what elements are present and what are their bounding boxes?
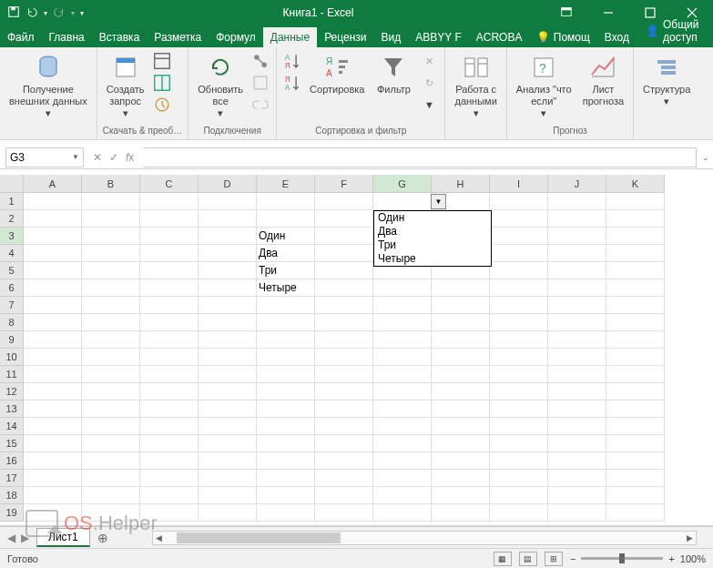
tab-abbyy[interactable]: ABBYY F [408, 27, 468, 47]
col-header-J[interactable]: J [548, 175, 606, 193]
cell-A3[interactable] [24, 228, 82, 245]
row-header-6[interactable]: 6 [0, 279, 24, 297]
cell-E1[interactable] [257, 193, 315, 210]
expand-formula-bar-icon[interactable]: ⌄ [702, 153, 709, 162]
cell-D6[interactable] [199, 279, 257, 297]
cell-E5[interactable]: Три [257, 262, 315, 279]
cell-F5[interactable] [315, 262, 373, 279]
cell-D15[interactable] [199, 435, 257, 452]
cell-D18[interactable] [199, 487, 257, 504]
cell-F16[interactable] [315, 452, 373, 470]
cell-A9[interactable] [24, 331, 82, 349]
cell-F7[interactable] [315, 297, 373, 314]
cell-D14[interactable] [199, 418, 257, 435]
outline-button[interactable]: Структура ▾ [639, 51, 694, 109]
cell-I9[interactable] [490, 331, 548, 349]
cell-J1[interactable] [548, 193, 606, 210]
cell-C4[interactable] [140, 245, 199, 262]
cell-F11[interactable] [315, 366, 373, 383]
cell-E11[interactable] [257, 366, 315, 383]
cell-E19[interactable] [257, 504, 315, 522]
cell-J3[interactable] [548, 228, 606, 245]
dd-item-1[interactable]: Два [374, 225, 491, 238]
sort-asc-icon[interactable]: AЯ [282, 51, 302, 71]
cell-E2[interactable] [257, 210, 315, 228]
cell-G17[interactable] [373, 470, 432, 487]
save-icon[interactable] [7, 5, 20, 21]
advanced-filter-icon[interactable]: ▼ [419, 95, 439, 115]
cell-G18[interactable] [373, 487, 432, 504]
cell-E3[interactable]: Один [257, 228, 315, 245]
horizontal-scrollbar[interactable]: ◀▶ [152, 531, 697, 545]
cell-I8[interactable] [490, 314, 548, 331]
cell-G19[interactable] [373, 504, 432, 522]
normal-view-icon[interactable]: ▦ [494, 552, 512, 566]
cell-G15[interactable] [373, 435, 432, 452]
cell-J2[interactable] [548, 210, 606, 228]
cell-J9[interactable] [548, 331, 606, 349]
col-header-H[interactable]: H [432, 175, 490, 193]
cell-A16[interactable] [24, 452, 82, 470]
cell-A17[interactable] [24, 470, 82, 487]
cell-D3[interactable] [199, 228, 257, 245]
cell-J4[interactable] [548, 245, 606, 262]
cell-F18[interactable] [315, 487, 373, 504]
fx-icon[interactable]: fx [126, 151, 134, 164]
cell-E15[interactable] [257, 435, 315, 452]
row-header-3[interactable]: 3 [0, 228, 24, 245]
cell-D9[interactable] [199, 331, 257, 349]
cell-K16[interactable] [606, 452, 665, 470]
tab-review[interactable]: Рецензи [317, 27, 373, 47]
col-header-A[interactable]: A [24, 175, 82, 193]
validation-dropdown-list[interactable]: Один Два Три Четыре [373, 210, 492, 267]
row-header-17[interactable]: 17 [0, 470, 24, 487]
cell-C13[interactable] [140, 400, 199, 418]
cell-D13[interactable] [199, 400, 257, 418]
cell-K17[interactable] [606, 470, 665, 487]
cell-C11[interactable] [140, 366, 199, 383]
col-header-C[interactable]: C [140, 175, 199, 193]
cell-C8[interactable] [140, 314, 199, 331]
cell-I15[interactable] [490, 435, 548, 452]
ribbon-options-icon[interactable] [545, 5, 587, 21]
cell-H6[interactable] [432, 279, 490, 297]
whatif-button[interactable]: ? Анализ "что если" ▾ [513, 51, 575, 122]
cell-H10[interactable] [432, 349, 490, 366]
cell-G13[interactable] [373, 400, 432, 418]
zoom-in-button[interactable]: + [668, 553, 674, 564]
cell-E9[interactable] [257, 331, 315, 349]
cell-H13[interactable] [432, 400, 490, 418]
cell-G10[interactable] [373, 349, 432, 366]
cell-J15[interactable] [548, 435, 606, 452]
cell-I18[interactable] [490, 487, 548, 504]
cell-F10[interactable] [315, 349, 373, 366]
cell-E7[interactable] [257, 297, 315, 314]
cell-D10[interactable] [199, 349, 257, 366]
cell-H18[interactable] [432, 487, 490, 504]
name-box[interactable]: G3 ▼ [5, 147, 84, 167]
cell-D8[interactable] [199, 314, 257, 331]
connections-icon[interactable] [250, 51, 270, 71]
cell-B13[interactable] [82, 400, 140, 418]
cell-B17[interactable] [82, 470, 140, 487]
cell-K4[interactable] [606, 245, 665, 262]
cell-G14[interactable] [373, 418, 432, 435]
properties-icon[interactable] [250, 73, 270, 93]
cell-K10[interactable] [606, 349, 665, 366]
tab-insert[interactable]: Вставка [92, 27, 148, 47]
cell-D1[interactable] [199, 193, 257, 210]
redo-icon[interactable] [53, 5, 66, 21]
cell-H11[interactable] [432, 366, 490, 383]
tell-me[interactable]: 💡 Помощ [529, 27, 596, 47]
cell-D17[interactable] [199, 470, 257, 487]
cell-F15[interactable] [315, 435, 373, 452]
cell-B6[interactable] [82, 279, 140, 297]
row-header-15[interactable]: 15 [0, 435, 24, 452]
get-external-data-button[interactable]: Получение внешних данных ▾ [5, 51, 91, 122]
cell-A6[interactable] [24, 279, 82, 297]
recent-sources-icon[interactable] [152, 95, 172, 115]
cell-C18[interactable] [140, 487, 199, 504]
cell-F12[interactable] [315, 383, 373, 400]
cell-K8[interactable] [606, 314, 665, 331]
from-table-icon[interactable] [152, 73, 172, 93]
